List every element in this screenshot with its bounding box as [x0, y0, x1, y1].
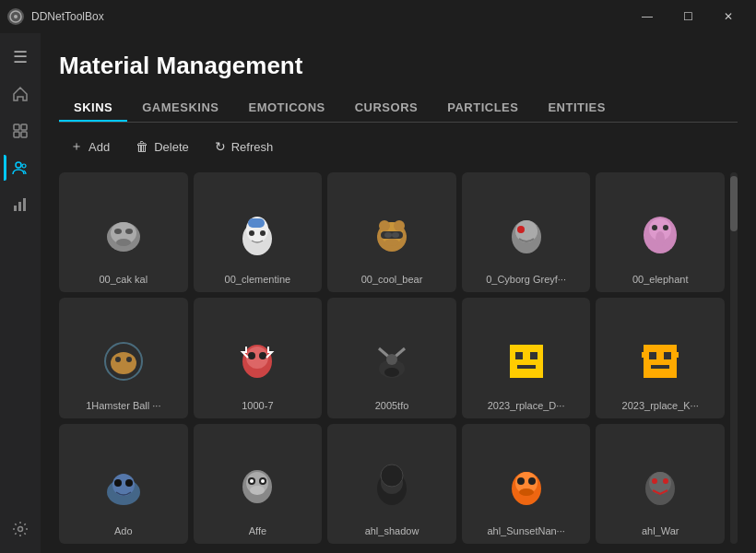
sidebar-item-menu[interactable]: ☰: [4, 41, 37, 74]
skin-preview-2005tfo: [359, 328, 425, 394]
svg-point-1: [14, 15, 18, 18]
close-button[interactable]: ✕: [708, 2, 749, 31]
svg-point-46: [259, 352, 266, 359]
skin-preview-1000-7: [224, 328, 290, 394]
svg-point-86: [663, 478, 668, 484]
skin-card-00_elephant[interactable]: 00_elephant: [596, 172, 725, 292]
sidebar-item-chart[interactable]: [4, 188, 37, 221]
skin-card-00_cool_bear[interactable]: 00_cool_bear: [327, 172, 456, 292]
tab-emoticons[interactable]: EMOTICONS: [233, 95, 339, 122]
svg-rect-52: [510, 345, 543, 378]
tab-skins[interactable]: SKINS: [59, 95, 127, 122]
svg-point-7: [22, 164, 26, 168]
svg-rect-61: [673, 352, 679, 358]
skin-preview-ado: [90, 453, 157, 520]
add-button[interactable]: ＋ Add: [59, 134, 121, 159]
skin-preview-00_cak_kal: [90, 202, 157, 268]
refresh-icon: ↻: [215, 139, 226, 154]
skin-name-ahl_sunsetnan: ahl_SunsetNan···: [466, 525, 587, 536]
skin-name-ahl_shadow: ahl_shadow: [331, 525, 453, 536]
skin-card-00_cak_kal[interactable]: 00_cak kal: [59, 172, 188, 292]
skin-name-0_cyborg_greyf: 0_Cyborg Greyf···: [466, 274, 587, 285]
skin-card-00_clementine[interactable]: 00_clementine: [194, 172, 323, 292]
svg-point-72: [261, 479, 265, 483]
svg-point-16: [116, 239, 131, 246]
svg-point-6: [16, 162, 21, 168]
maximize-button[interactable]: ☐: [667, 2, 708, 31]
page-title: Material Management: [59, 52, 738, 80]
svg-point-65: [125, 479, 133, 487]
titlebar-left: DDNetToolBox: [7, 8, 104, 25]
skin-card-2023_rplace_k[interactable]: 2023_rplace_K···: [596, 298, 725, 418]
svg-point-20: [249, 230, 254, 236]
skin-name-2005tfo: 2005tfo: [331, 400, 453, 411]
skin-name-2023_rplace_d: 2023_rplace_D···: [466, 400, 587, 411]
titlebar: DDNetToolBox — ☐ ✕: [0, 0, 756, 33]
skin-card-ahl_shadow[interactable]: ahl_shadow: [327, 424, 456, 544]
minimize-button[interactable]: —: [627, 2, 667, 31]
skin-name-ahl_war: ahl_War: [599, 525, 721, 536]
sidebar: ☰: [0, 33, 41, 553]
skin-card-affe[interactable]: Affe: [194, 424, 323, 544]
add-icon: ＋: [70, 138, 83, 155]
tab-bar: SKINS GAMESKINS EMOTICONS CURSORS PARTIC…: [59, 95, 738, 123]
sidebar-item-settings[interactable]: [4, 512, 37, 546]
svg-rect-57: [649, 352, 656, 359]
svg-rect-4: [14, 132, 19, 137]
tab-particles[interactable]: PARTICLES: [432, 95, 533, 122]
skin-preview-00_clementine: [224, 202, 290, 268]
skin-card-2005tfo[interactable]: 2005tfo: [327, 298, 456, 418]
titlebar-controls: — ☐ ✕: [627, 2, 749, 31]
skin-card-ahl_war[interactable]: ahl_War: [596, 424, 725, 544]
svg-rect-58: [664, 352, 671, 359]
svg-point-42: [126, 357, 132, 362]
skin-card-1000-7[interactable]: 1000-7: [194, 298, 323, 418]
svg-point-80: [517, 477, 525, 485]
svg-point-38: [656, 231, 665, 246]
scrollbar-thumb[interactable]: [730, 176, 738, 231]
svg-point-71: [250, 479, 254, 483]
svg-point-82: [519, 488, 534, 496]
svg-point-70: [250, 486, 265, 495]
skin-name-00_clementine: 00_clementine: [197, 274, 319, 285]
svg-point-41: [115, 357, 121, 362]
delete-button[interactable]: 🗑 Delete: [124, 135, 200, 159]
svg-point-36: [652, 225, 657, 230]
svg-point-32: [517, 226, 525, 233]
svg-rect-9: [18, 202, 21, 211]
skin-name-2023_rplace_k: 2023_rplace_K···: [599, 400, 721, 411]
svg-point-14: [114, 229, 122, 234]
app-title: DDNetToolBox: [31, 10, 104, 23]
delete-icon: 🗑: [136, 139, 148, 154]
svg-rect-55: [517, 365, 536, 369]
scrollbar-track[interactable]: [730, 172, 738, 544]
refresh-button[interactable]: ↻ Refresh: [204, 135, 285, 159]
skin-card-2023_rplace_d[interactable]: 2023_rplace_D···: [462, 298, 591, 418]
skin-grid: 00_cak kal00_clementine00_cool_bear0_Cyb…: [59, 172, 728, 544]
skin-name-00_cak_kal: 00_cak kal: [63, 274, 184, 285]
sidebar-item-extensions[interactable]: [4, 114, 37, 147]
tab-cursors[interactable]: CURSORS: [340, 95, 433, 122]
skin-card-ahl_sunsetnan[interactable]: ahl_SunsetNan···: [462, 424, 591, 544]
svg-rect-53: [515, 352, 523, 359]
skin-name-1000-7: 1000-7: [197, 400, 319, 411]
app-body: ☰: [0, 33, 756, 553]
svg-rect-19: [248, 218, 265, 228]
skin-name-00_cool_bear: 00_cool_bear: [331, 274, 453, 285]
skin-preview-0_cyborg_greyf: [493, 202, 560, 268]
skin-preview-2023_rplace_k: [627, 328, 693, 394]
skin-card-ado[interactable]: Ado: [59, 424, 188, 544]
toolbar: ＋ Add 🗑 Delete ↻ Refresh: [59, 134, 738, 159]
svg-point-45: [248, 352, 255, 359]
svg-point-11: [18, 527, 23, 532]
skin-card-1hamster_ball[interactable]: 1Hamster Ball ···: [59, 298, 188, 418]
skin-card-0_cyborg_greyf[interactable]: 0_Cyborg Greyf···: [462, 172, 591, 292]
skin-preview-affe: [224, 453, 290, 520]
sidebar-item-people[interactable]: [4, 151, 37, 184]
svg-rect-3: [21, 124, 27, 130]
svg-point-85: [652, 478, 657, 484]
tab-gameskins[interactable]: GAMESKINS: [127, 95, 233, 122]
tab-entities[interactable]: ENTITIES: [533, 95, 620, 122]
sidebar-item-home[interactable]: [4, 77, 37, 111]
skin-name-affe: Affe: [197, 525, 319, 536]
